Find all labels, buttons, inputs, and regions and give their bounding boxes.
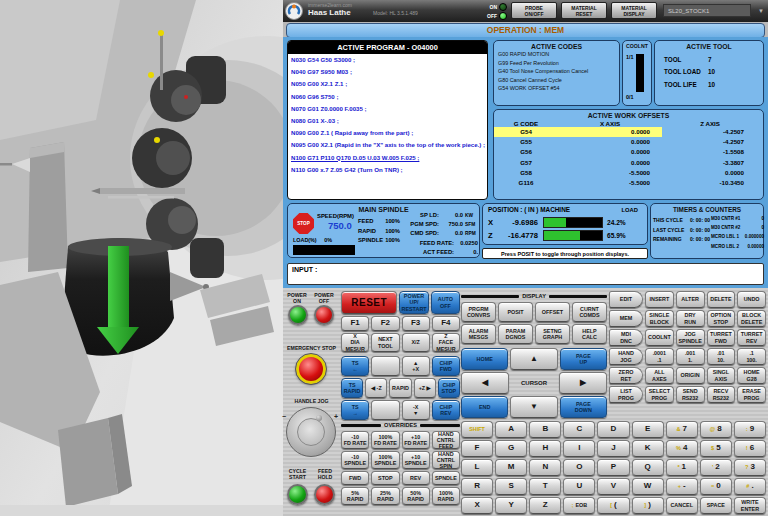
key-offset[interactable]: OFFSET <box>535 302 570 322</box>
key-undo[interactable]: UNDO <box>737 291 766 308</box>
key-eob[interactable]: ;EOB <box>563 497 595 514</box>
key-chip-fwd[interactable]: CHIP FWD <box>432 356 460 376</box>
key-rapid[interactable]: RAPID <box>389 378 411 398</box>
key-x-down[interactable]: -X ▼ <box>402 400 430 420</box>
key-hand-jog[interactable]: HAND JOG <box>609 348 643 365</box>
key-jog-spindle[interactable]: JOG SPINDLE <box>676 329 705 346</box>
chevron-down-icon[interactable]: ▼ <box>758 8 764 14</box>
key-i[interactable]: I <box>563 440 595 457</box>
key-ts-rapid[interactable]: TS RAPID <box>341 378 363 398</box>
key-+z-right[interactable]: +Z ▶ <box>414 378 436 398</box>
key-recv-rs232[interactable]: RECV RS232 <box>707 386 736 403</box>
key-.1-100.[interactable]: .1 100. <box>737 348 766 365</box>
key-all-axes[interactable]: ALL AXES <box>645 367 674 384</box>
key-chip-stop[interactable]: CHIP STOP <box>438 378 460 398</box>
key-b[interactable]: B <box>529 421 561 438</box>
key-delete[interactable]: DELETE <box>707 291 736 308</box>
key-f2[interactable]: F2 <box>371 316 399 331</box>
key-0[interactable]: =0 <box>700 478 732 495</box>
cycle-start-button[interactable] <box>287 484 308 505</box>
key-end[interactable]: END <box>461 396 508 418</box>
key-spndle[interactable]: SPNDLE <box>432 471 460 485</box>
key-up-+x[interactable]: ▲ +X <box>402 356 430 376</box>
key-option-stop[interactable]: OPTION STOP <box>707 310 736 327</box>
key-3[interactable]: ?3 <box>734 459 766 476</box>
key-8[interactable]: @8 <box>700 421 732 438</box>
material-display-button[interactable]: MATERIAL DISPLAY <box>611 2 657 19</box>
key-e[interactable]: E <box>632 421 664 438</box>
key-insert[interactable]: INSERT <box>645 291 674 308</box>
key-6[interactable]: !6 <box>734 440 766 457</box>
key-mdi-dnc[interactable]: MDI DNC <box>609 329 643 346</box>
key-q[interactable]: Q <box>632 459 664 476</box>
offset-row[interactable]: G116-5.5000-10.3450 <box>494 178 763 188</box>
key-hand-cntrl-spin[interactable]: HAND CNTRL SPIN <box>432 451 460 469</box>
key-z-face-mesur[interactable]: Z FACE MESUR <box>432 333 460 352</box>
key-help-calc[interactable]: HELP CALC <box>572 324 607 344</box>
probe-onoff-button[interactable]: PROBE ON/OFF <box>511 2 557 19</box>
offset-row[interactable]: G550.0000-4.2507 <box>494 137 763 147</box>
key-home-g28[interactable]: HOME G28 <box>737 367 766 384</box>
stock-select-dropdown[interactable]: SL20_STOCK1 <box>663 4 751 17</box>
key-y[interactable]: Y <box>495 497 527 514</box>
jog-dial-knob[interactable] <box>316 415 322 421</box>
key-d[interactable]: D <box>597 421 629 438</box>
key-p[interactable]: P <box>597 459 629 476</box>
key-c[interactable]: C <box>563 421 595 438</box>
key-o[interactable]: O <box>563 459 595 476</box>
key-reset[interactable]: RESET <box>341 291 397 314</box>
key-u[interactable]: U <box>563 478 595 495</box>
key-%-4[interactable]: %4 <box>666 440 698 457</box>
key-zero-ret[interactable]: ZERO RET <box>609 367 643 384</box>
key-turret-fwd[interactable]: TURRET FWD <box>707 329 736 346</box>
key-fwd[interactable]: FWD <box>341 471 369 485</box>
key-send-rs232[interactable]: SEND RS232 <box>676 386 705 403</box>
key-single-block[interactable]: SINGLE BLOCK <box>645 310 674 327</box>
key-x-dia-mesur[interactable]: X DIA MESUR <box>341 333 369 352</box>
feed-hold-button[interactable] <box>314 484 335 505</box>
key-n[interactable]: N <box>529 459 561 476</box>
key-.0001-.1[interactable]: .0001 .1 <box>645 348 674 365</box>
key-5[interactable]: $5 <box>700 440 732 457</box>
key-z[interactable]: Z <box>529 497 561 514</box>
emergency-stop-button[interactable] <box>296 354 326 384</box>
key-s[interactable]: S <box>495 478 527 495</box>
key-left-z[interactable]: ◀ -Z <box>365 378 387 398</box>
key-alter[interactable]: ALTER <box>676 291 705 308</box>
offset-row[interactable]: G540.0000-4.2507 <box>494 127 763 137</box>
key-cancel[interactable]: CANCEL <box>666 497 698 514</box>
offset-row[interactable]: G570.0000-3.3807 <box>494 158 763 168</box>
key-mem[interactable]: MEM <box>609 310 643 327</box>
key-5%-rapid[interactable]: 5% RAPID <box>341 487 369 505</box>
key-singl-axis[interactable]: SINGL AXIS <box>707 367 736 384</box>
key-stop[interactable]: STOP <box>371 471 399 485</box>
key-f4[interactable]: F4 <box>432 316 460 331</box>
key-next-tool[interactable]: NEXT TOOL <box>371 333 399 352</box>
key-list-prog[interactable]: LIST PROG <box>609 386 643 403</box>
key-posit[interactable]: POSIT <box>498 302 533 322</box>
key-setng-graph[interactable]: SETNG GRAPH <box>535 324 570 344</box>
key-2[interactable]: '2 <box>700 459 732 476</box>
key-coolnt[interactable]: COOLNT <box>645 329 674 346</box>
key-edit[interactable]: EDIT <box>609 291 643 308</box>
offset-row[interactable]: G560.0000-1.5508 <box>494 147 763 157</box>
key-g[interactable]: G <box>495 440 527 457</box>
key-origin[interactable]: ORIGIN <box>676 367 705 384</box>
key-up[interactable]: ▲ <box>510 348 557 370</box>
material-reset-button[interactable]: MATERIAL RESET <box>561 2 607 19</box>
key-turret-rev[interactable]: TURRET REV <box>737 329 766 346</box>
key-prgrm-convrs[interactable]: PRGRM CONVRS <box>461 302 496 322</box>
key-.001-1.[interactable]: .001 1. <box>676 348 705 365</box>
key-dry-run[interactable]: DRY RUN <box>676 310 705 327</box>
key-chip-rev[interactable]: CHIP REV <box>432 400 460 420</box>
key-ts-right[interactable]: TS → <box>341 400 369 420</box>
key-page-up[interactable]: PAGE UP <box>560 348 607 370</box>
key-x[interactable]: X <box>461 497 493 514</box>
key-blank[interactable]: [( <box>597 497 629 514</box>
key-.01-10.[interactable]: .01 10. <box>707 348 736 365</box>
key-9[interactable]: :9 <box>734 421 766 438</box>
key-w[interactable]: W <box>632 478 664 495</box>
key-shift[interactable]: SHIFT <box>461 421 493 438</box>
key-t[interactable]: T <box>529 478 561 495</box>
key-l[interactable]: L <box>461 459 493 476</box>
